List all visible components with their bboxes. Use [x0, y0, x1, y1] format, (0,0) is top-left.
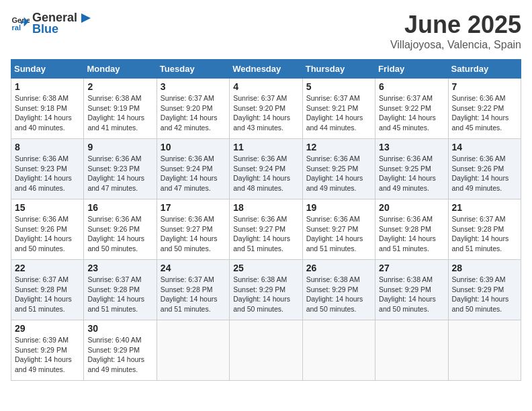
calendar-cell: 17 Sunrise: 6:36 AM Sunset: 9:27 PM Dayl…	[157, 199, 229, 260]
day-info: Sunrise: 6:37 AM Sunset: 9:28 PM Dayligh…	[161, 275, 226, 314]
day-info: Sunrise: 6:36 AM Sunset: 9:27 PM Dayligh…	[161, 214, 226, 254]
day-number: 7	[452, 81, 517, 92]
day-info: Sunrise: 6:36 AM Sunset: 9:26 PM Dayligh…	[452, 154, 517, 193]
calendar-cell	[448, 320, 521, 381]
day-number: 15	[15, 202, 80, 213]
day-info: Sunrise: 6:36 AM Sunset: 9:27 PM Dayligh…	[306, 214, 371, 254]
week-row-3: 15 Sunrise: 6:36 AM Sunset: 9:26 PM Dayl…	[11, 199, 521, 260]
svg-marker-4	[81, 13, 91, 23]
day-number: 10	[161, 142, 226, 152]
day-info: Sunrise: 6:37 AM Sunset: 9:28 PM Dayligh…	[87, 275, 152, 314]
calendar-cell	[375, 320, 448, 381]
calendar-cell: 30 Sunrise: 6:40 AM Sunset: 9:29 PM Dayl…	[84, 320, 157, 381]
col-friday: Friday	[375, 60, 448, 79]
svg-text:ral: ral	[11, 24, 21, 32]
day-number: 14	[452, 142, 517, 152]
day-number: 19	[306, 202, 371, 213]
calendar-cell	[157, 320, 229, 381]
week-row-2: 8 Sunrise: 6:36 AM Sunset: 9:23 PM Dayli…	[11, 139, 521, 199]
day-number: 22	[15, 263, 80, 273]
day-number: 26	[306, 263, 371, 273]
day-info: Sunrise: 6:37 AM Sunset: 9:22 PM Dayligh…	[379, 93, 444, 133]
day-info: Sunrise: 6:39 AM Sunset: 9:29 PM Dayligh…	[452, 275, 517, 314]
calendar-cell: 9 Sunrise: 6:36 AM Sunset: 9:23 PM Dayli…	[84, 139, 157, 199]
day-number: 24	[161, 263, 226, 273]
day-info: Sunrise: 6:37 AM Sunset: 9:21 PM Dayligh…	[306, 93, 371, 133]
calendar-cell: 21 Sunrise: 6:37 AM Sunset: 9:28 PM Dayl…	[448, 199, 521, 260]
week-row-4: 22 Sunrise: 6:37 AM Sunset: 9:28 PM Dayl…	[11, 260, 521, 320]
day-number: 11	[233, 142, 298, 152]
day-number: 1	[15, 81, 80, 92]
day-info: Sunrise: 6:38 AM Sunset: 9:29 PM Dayligh…	[306, 275, 371, 314]
day-info: Sunrise: 6:36 AM Sunset: 9:23 PM Dayligh…	[15, 154, 80, 193]
day-number: 20	[379, 202, 444, 213]
calendar-cell: 15 Sunrise: 6:36 AM Sunset: 9:26 PM Dayl…	[11, 199, 84, 260]
calendar-cell: 27 Sunrise: 6:38 AM Sunset: 9:29 PM Dayl…	[375, 260, 448, 320]
logo: Gene ral ▶ General Blue	[11, 11, 93, 35]
calendar-cell: 24 Sunrise: 6:37 AM Sunset: 9:28 PM Dayl…	[157, 260, 229, 320]
calendar-cell: 11 Sunrise: 6:36 AM Sunset: 9:24 PM Dayl…	[230, 139, 302, 199]
col-tuesday: Tuesday	[157, 60, 229, 79]
calendar-cell: 4 Sunrise: 6:37 AM Sunset: 9:20 PM Dayli…	[230, 79, 302, 139]
day-number: 27	[379, 263, 444, 273]
title-area: June 2025 Villajoyosa, Valencia, Spain	[390, 11, 521, 51]
day-number: 8	[15, 142, 80, 152]
day-info: Sunrise: 6:36 AM Sunset: 9:26 PM Dayligh…	[15, 214, 80, 254]
day-number: 17	[161, 202, 226, 213]
day-number: 9	[87, 142, 152, 152]
calendar-cell: 6 Sunrise: 6:37 AM Sunset: 9:22 PM Dayli…	[375, 79, 448, 139]
calendar-cell: 10 Sunrise: 6:36 AM Sunset: 9:24 PM Dayl…	[157, 139, 229, 199]
calendar-cell: 20 Sunrise: 6:36 AM Sunset: 9:28 PM Dayl…	[375, 199, 448, 260]
day-info: Sunrise: 6:36 AM Sunset: 9:22 PM Dayligh…	[452, 93, 517, 133]
calendar-cell: 3 Sunrise: 6:37 AM Sunset: 9:20 PM Dayli…	[157, 79, 229, 139]
day-info: Sunrise: 6:36 AM Sunset: 9:28 PM Dayligh…	[379, 214, 444, 254]
day-number: 12	[306, 142, 371, 152]
calendar-cell: 29 Sunrise: 6:39 AM Sunset: 9:29 PM Dayl…	[11, 320, 84, 381]
day-info: Sunrise: 6:38 AM Sunset: 9:19 PM Dayligh…	[87, 93, 152, 133]
calendar-cell: 2 Sunrise: 6:38 AM Sunset: 9:19 PM Dayli…	[84, 79, 157, 139]
calendar-cell: 23 Sunrise: 6:37 AM Sunset: 9:28 PM Dayl…	[84, 260, 157, 320]
day-number: 2	[87, 81, 152, 92]
calendar-header-row: Sunday Monday Tuesday Wednesday Thursday…	[11, 60, 521, 79]
day-info: Sunrise: 6:39 AM Sunset: 9:29 PM Dayligh…	[15, 335, 80, 375]
day-info: Sunrise: 6:37 AM Sunset: 9:28 PM Dayligh…	[15, 275, 80, 314]
week-row-5: 29 Sunrise: 6:39 AM Sunset: 9:29 PM Dayl…	[11, 320, 521, 381]
day-number: 16	[87, 202, 152, 213]
col-wednesday: Wednesday	[230, 60, 302, 79]
day-number: 6	[379, 81, 444, 92]
calendar-title: June 2025	[390, 11, 521, 39]
day-info: Sunrise: 6:36 AM Sunset: 9:27 PM Dayligh…	[233, 214, 298, 254]
calendar-cell: 22 Sunrise: 6:37 AM Sunset: 9:28 PM Dayl…	[11, 260, 84, 320]
day-info: Sunrise: 6:38 AM Sunset: 9:29 PM Dayligh…	[379, 275, 444, 314]
logo-blue-text	[77, 11, 93, 26]
week-row-1: 1 Sunrise: 6:38 AM Sunset: 9:18 PM Dayli…	[11, 79, 521, 139]
day-number: 23	[87, 263, 152, 273]
day-info: Sunrise: 6:37 AM Sunset: 9:28 PM Dayligh…	[452, 214, 517, 254]
col-thursday: Thursday	[302, 60, 375, 79]
calendar-cell: 13 Sunrise: 6:36 AM Sunset: 9:25 PM Dayl…	[375, 139, 448, 199]
col-saturday: Saturday	[448, 60, 521, 79]
calendar-cell: 18 Sunrise: 6:36 AM Sunset: 9:27 PM Dayl…	[230, 199, 302, 260]
day-info: Sunrise: 6:36 AM Sunset: 9:25 PM Dayligh…	[379, 154, 444, 193]
calendar-cell: 26 Sunrise: 6:38 AM Sunset: 9:29 PM Dayl…	[302, 260, 375, 320]
day-info: Sunrise: 6:37 AM Sunset: 9:20 PM Dayligh…	[233, 93, 298, 133]
day-info: Sunrise: 6:36 AM Sunset: 9:23 PM Dayligh…	[87, 154, 152, 193]
page-header: Gene ral ▶ General Blue June 2025 Villaj…	[11, 11, 521, 51]
calendar-table: Sunday Monday Tuesday Wednesday Thursday…	[11, 59, 521, 381]
day-number: 30	[87, 323, 152, 334]
day-info: Sunrise: 6:40 AM Sunset: 9:29 PM Dayligh…	[87, 335, 152, 375]
col-monday: Monday	[84, 60, 157, 79]
day-info: Sunrise: 6:36 AM Sunset: 9:25 PM Dayligh…	[306, 154, 371, 193]
calendar-subtitle: Villajoyosa, Valencia, Spain	[390, 39, 521, 51]
day-number: 13	[379, 142, 444, 152]
day-number: 25	[233, 263, 298, 273]
calendar-cell: 19 Sunrise: 6:36 AM Sunset: 9:27 PM Dayl…	[302, 199, 375, 260]
calendar-cell: 7 Sunrise: 6:36 AM Sunset: 9:22 PM Dayli…	[448, 79, 521, 139]
day-number: 5	[306, 81, 371, 92]
day-info: Sunrise: 6:37 AM Sunset: 9:20 PM Dayligh…	[161, 93, 226, 133]
day-info: Sunrise: 6:36 AM Sunset: 9:24 PM Dayligh…	[233, 154, 298, 193]
day-info: Sunrise: 6:38 AM Sunset: 9:29 PM Dayligh…	[233, 275, 298, 314]
calendar-cell: 28 Sunrise: 6:39 AM Sunset: 9:29 PM Dayl…	[448, 260, 521, 320]
calendar-cell: 1 Sunrise: 6:38 AM Sunset: 9:18 PM Dayli…	[11, 79, 84, 139]
calendar-cell: 25 Sunrise: 6:38 AM Sunset: 9:29 PM Dayl…	[230, 260, 302, 320]
